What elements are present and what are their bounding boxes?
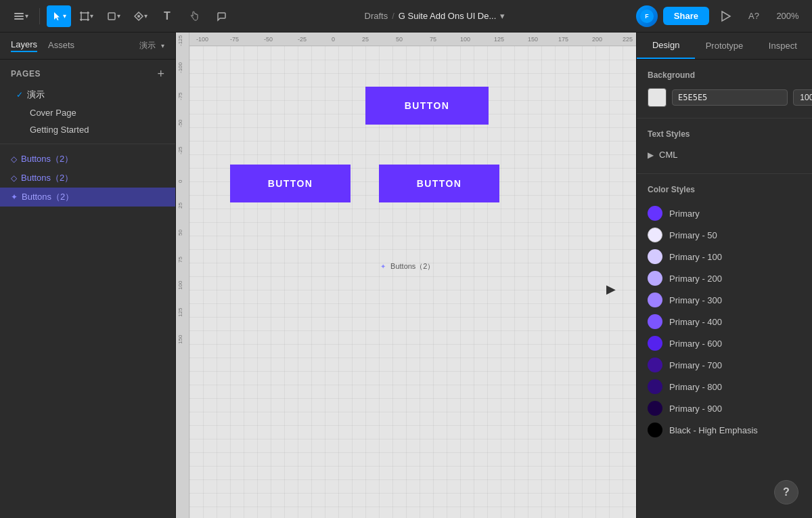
- color-style-primary-400[interactable]: Primary - 400: [648, 311, 801, 332]
- tool-shape[interactable]: ▾: [101, 5, 125, 27]
- color-label-primary-50: Primary - 50: [669, 230, 717, 240]
- page-label-yanshi: 演示: [27, 89, 45, 101]
- text-style-arrow-icon: ▶: [648, 150, 654, 160]
- color-dot-primary-400: [648, 314, 662, 329]
- layer-label-buttons3: Buttons（2）: [22, 191, 74, 203]
- color-dot-primary-800: [648, 379, 662, 394]
- tool-frame[interactable]: ▾: [74, 5, 98, 27]
- main-area: Layers Assets 演示 ▾ Pages + ✓ 演示 Cover Pa…: [0, 33, 812, 518]
- canvas-area[interactable]: -100 -75 -50 -25 0 25 50 75 100 125 150 …: [176, 33, 636, 518]
- panel-tabs: Layers Assets 演示 ▾: [0, 33, 175, 60]
- page-item-getting-started[interactable]: Getting Started: [11, 121, 164, 138]
- panel-action-label[interactable]: 演示: [139, 40, 156, 51]
- color-style-primary-600[interactable]: Primary - 600: [648, 332, 801, 354]
- color-dot-primary-200: [648, 271, 662, 286]
- play-button[interactable]: [715, 5, 736, 27]
- layer-diamond-icon-1: ◇: [11, 154, 17, 164]
- color-label-primary-200: Primary - 200: [669, 274, 722, 284]
- background-section: Background 👁: [637, 60, 812, 118]
- help-button-top[interactable]: A?: [742, 5, 766, 27]
- background-hex-input[interactable]: [672, 89, 788, 106]
- color-label-primary-700: Primary - 700: [669, 360, 722, 370]
- tool-group-pen: ▾: [128, 5, 152, 27]
- layer-item-buttons1[interactable]: ◇ Buttons（2）: [0, 150, 175, 169]
- layer-item-buttons2[interactable]: ◇ Buttons（2）: [0, 169, 175, 188]
- tool-hand[interactable]: [182, 5, 206, 27]
- layer-item-buttons3[interactable]: ✦ Buttons（2）: [0, 188, 175, 207]
- color-style-primary-700[interactable]: Primary - 700: [648, 354, 801, 376]
- pages-section: Pages + ✓ 演示 Cover Page Getting Started: [0, 60, 175, 144]
- color-style-black-high[interactable]: Black - High Emphasis: [648, 419, 801, 441]
- color-label-primary: Primary: [669, 209, 700, 219]
- avatar-button[interactable]: F: [636, 5, 658, 27]
- color-styles-title: Color Styles: [648, 185, 801, 194]
- svg-marker-16: [722, 12, 730, 21]
- pages-header: Pages +: [11, 68, 164, 80]
- tab-design[interactable]: Design: [637, 33, 695, 59]
- tool-text[interactable]: T: [155, 5, 179, 27]
- canvas-button-bottom-left[interactable]: BUTTON: [230, 165, 351, 202]
- right-panel: Design Prototype Inspect Background 👁 Te…: [636, 33, 812, 518]
- color-dot-primary-600: [648, 336, 662, 351]
- share-button[interactable]: Share: [663, 7, 709, 25]
- background-row: 👁: [648, 88, 801, 107]
- color-style-primary-800[interactable]: Primary - 800: [648, 376, 801, 397]
- canvas-button-top[interactable]: BUTTON: [365, 87, 489, 125]
- tool-group-main: ▾: [8, 5, 32, 27]
- pages-title: Pages: [11, 69, 41, 79]
- tool-pen[interactable]: ▾: [128, 5, 152, 27]
- color-style-primary-300[interactable]: Primary - 300: [648, 289, 801, 311]
- color-style-primary[interactable]: Primary: [648, 202, 801, 224]
- selection-label: ✦ Buttons（2）: [380, 261, 434, 272]
- panel-action-arrow[interactable]: ▾: [161, 42, 164, 49]
- svg-rect-12: [108, 13, 115, 20]
- color-style-primary-900[interactable]: Primary - 900: [648, 397, 801, 419]
- tool-select[interactable]: ▾: [47, 5, 71, 27]
- zoom-level[interactable]: 200%: [771, 11, 804, 21]
- background-color-swatch[interactable]: [648, 88, 667, 107]
- page-label-getting-started: Getting Started: [30, 125, 89, 135]
- right-tabs: Design Prototype Inspect: [637, 33, 812, 60]
- svg-text:F: F: [645, 13, 649, 20]
- help-button[interactable]: ?: [774, 480, 798, 504]
- tool-group-frame: ▾: [74, 5, 98, 27]
- tool-main-menu[interactable]: ▾: [8, 5, 32, 27]
- color-dot-primary-100: [648, 249, 662, 264]
- color-dot-black-high: [648, 423, 662, 437]
- toolbar-sep-1: [39, 8, 40, 24]
- tool-comment[interactable]: [209, 5, 233, 27]
- canvas-button-bottom-right[interactable]: BUTTON: [379, 165, 499, 202]
- text-style-cml[interactable]: ▶ CML: [648, 147, 801, 163]
- page-item-yanshi[interactable]: ✓ 演示: [11, 85, 164, 104]
- tab-layers[interactable]: Layers: [11, 39, 37, 52]
- page-item-cover[interactable]: Cover Page: [11, 104, 164, 121]
- filename-dropdown-icon[interactable]: ▾: [500, 11, 505, 21]
- text-styles-section: Text Styles ▶ CML: [637, 118, 812, 174]
- svg-rect-0: [14, 13, 24, 14]
- color-label-primary-900: Primary - 900: [669, 404, 722, 414]
- ruler-vertical: -125 -100 -75 -50 -25 0 25 50 75 100 125…: [176, 33, 189, 518]
- toolbar-center: Drafts / G Suite Add Ons UI De... ▾: [236, 11, 633, 21]
- breadcrumb-drafts[interactable]: Drafts: [365, 11, 388, 21]
- toolbar-right: F Share A? 200%: [636, 5, 804, 27]
- tab-prototype[interactable]: Prototype: [695, 33, 753, 59]
- tab-inspect[interactable]: Inspect: [754, 33, 812, 59]
- background-opacity-input[interactable]: [793, 89, 812, 106]
- color-style-primary-50[interactable]: Primary - 50: [648, 224, 801, 246]
- text-styles-title: Text Styles: [648, 129, 801, 139]
- page-check-icon: ✓: [16, 90, 23, 100]
- svg-rect-2: [14, 18, 24, 20]
- left-panel: Layers Assets 演示 ▾ Pages + ✓ 演示 Cover Pa…: [0, 33, 176, 518]
- tab-assets[interactable]: Assets: [48, 40, 74, 51]
- page-label-cover: Cover Page: [30, 108, 76, 118]
- toolbar: ▾ ▾ ▾: [0, 0, 812, 33]
- breadcrumb-separator: /: [392, 11, 394, 21]
- color-dot-primary-50: [648, 228, 662, 242]
- color-style-primary-200[interactable]: Primary - 200: [648, 267, 801, 289]
- add-page-button[interactable]: +: [157, 68, 164, 80]
- layer-label-buttons2: Buttons（2）: [21, 172, 73, 184]
- color-style-primary-100[interactable]: Primary - 100: [648, 246, 801, 267]
- text-style-label-cml: CML: [659, 150, 677, 160]
- svg-rect-3: [81, 13, 88, 20]
- color-styles-section: Color Styles Primary Primary - 50 Primar…: [637, 174, 812, 452]
